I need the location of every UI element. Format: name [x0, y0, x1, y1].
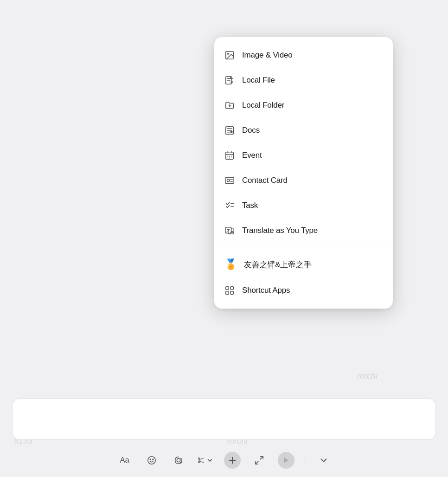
- svg-line-43: [199, 458, 203, 459]
- menu-item-friendly-arm[interactable]: 🏅 友善之臂&上帝之手: [214, 251, 393, 278]
- menu-item-event[interactable]: Event: [214, 143, 393, 168]
- plus-icon: [227, 455, 237, 465]
- mention-icon: [173, 455, 184, 465]
- docs-icon: [224, 124, 236, 136]
- menu-item-task[interactable]: Task: [214, 193, 393, 218]
- send-icon: [282, 457, 290, 464]
- file-icon: [224, 74, 236, 86]
- folder-icon: [224, 99, 236, 111]
- local-file-label: Local File: [242, 76, 275, 85]
- toolbar-row: Aa: [0, 452, 448, 469]
- menu-item-local-file[interactable]: Local File: [214, 68, 393, 93]
- translate-icon: A: [224, 225, 236, 237]
- menu-item-shortcut-apps[interactable]: Shortcut Apps: [214, 278, 393, 303]
- expand-icon: [254, 455, 264, 465]
- font-button[interactable]: Aa: [116, 452, 133, 469]
- expand-button[interactable]: [251, 452, 268, 469]
- shortcut-icon: [224, 284, 236, 297]
- svg-line-48: [260, 457, 262, 459]
- menu-item-docs[interactable]: Docs: [214, 118, 393, 143]
- scissor-icon: [197, 455, 205, 465]
- svg-rect-35: [226, 291, 229, 294]
- local-folder-label: Local Folder: [242, 101, 284, 110]
- svg-point-41: [198, 458, 200, 460]
- emoji-button[interactable]: [143, 452, 160, 469]
- plus-button[interactable]: [224, 452, 241, 469]
- mention-button[interactable]: [170, 452, 187, 469]
- svg-rect-33: [226, 287, 229, 290]
- task-label: Task: [242, 201, 258, 210]
- menu-divider: [214, 247, 393, 247]
- chat-input-box[interactable]: [12, 398, 436, 440]
- send-button[interactable]: [278, 452, 294, 469]
- watermark: mrchi: [357, 371, 378, 381]
- chevron-button[interactable]: [315, 452, 332, 469]
- scissor-button[interactable]: [197, 452, 214, 469]
- chevron-scissor-icon: [206, 455, 214, 465]
- svg-line-44: [199, 461, 203, 463]
- svg-point-22: [227, 179, 230, 182]
- contact-icon: [224, 174, 236, 187]
- emoji-icon: [147, 455, 157, 465]
- translate-label: Translate as You Type: [242, 226, 318, 235]
- svg-rect-34: [230, 287, 233, 290]
- font-label: Aa: [120, 456, 129, 465]
- image-video-label: Image & Video: [242, 51, 293, 60]
- menu-item-translate[interactable]: A Translate as You Type: [214, 218, 393, 243]
- chevron-down-icon: [319, 455, 329, 465]
- svg-point-40: [177, 458, 180, 462]
- svg-line-49: [255, 461, 258, 464]
- event-label: Event: [242, 151, 262, 160]
- menu-section-1: Image & Video Local File: [214, 41, 393, 245]
- friendly-arm-label: 友善之臂&上帝之手: [244, 259, 312, 270]
- svg-point-1: [227, 53, 229, 54]
- menu-section-2: 🏅 友善之臂&上帝之手 Shortcut Apps: [214, 249, 393, 305]
- shortcut-apps-label: Shortcut Apps: [242, 286, 290, 295]
- svg-point-38: [150, 459, 151, 460]
- svg-rect-36: [230, 291, 233, 294]
- event-icon: [224, 149, 236, 161]
- svg-point-39: [152, 459, 153, 460]
- svg-rect-11: [230, 131, 233, 133]
- contact-card-label: Contact Card: [242, 176, 288, 185]
- image-icon: [224, 49, 236, 61]
- menu-item-contact-card[interactable]: Contact Card: [214, 168, 393, 193]
- svg-point-42: [198, 461, 200, 463]
- friendly-arm-icon: 🏅: [224, 258, 237, 271]
- menu-item-image-video[interactable]: Image & Video: [214, 43, 393, 68]
- docs-label: Docs: [242, 126, 260, 135]
- svg-text:A: A: [226, 230, 228, 233]
- popup-menu: Image & Video Local File: [214, 37, 393, 309]
- menu-item-local-folder[interactable]: Local Folder: [214, 93, 393, 118]
- task-icon: [224, 200, 236, 212]
- svg-marker-50: [284, 458, 288, 463]
- svg-point-37: [147, 457, 155, 464]
- toolbar-divider: [305, 455, 305, 465]
